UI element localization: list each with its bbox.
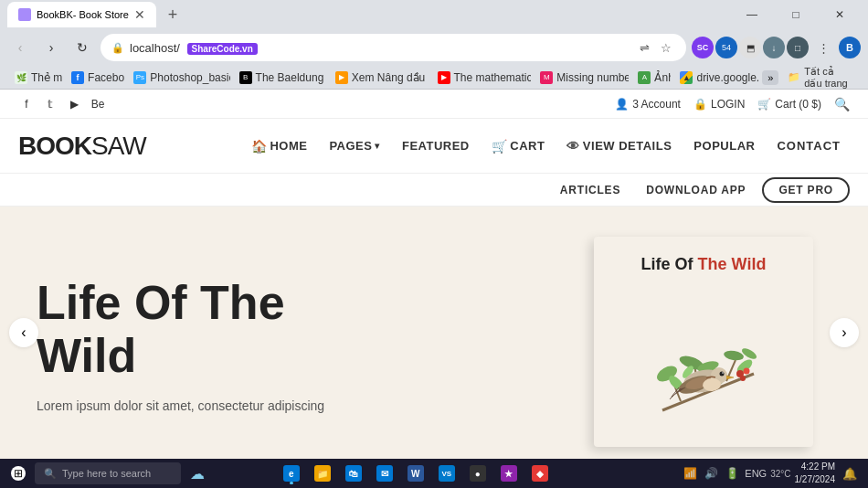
ext-icon-2[interactable]: ⬒ xyxy=(739,37,761,58)
profile-button[interactable]: B xyxy=(839,37,861,58)
tab-favicon xyxy=(18,8,31,21)
nav-pages[interactable]: PAGES ▾ xyxy=(320,132,389,160)
bookmark-anh[interactable]: A Ảnh xyxy=(630,69,671,87)
address-url: localhost/ xyxy=(130,41,180,55)
hero-next-button[interactable]: › xyxy=(830,318,859,347)
nav-cart[interactable]: 🛒 CART xyxy=(482,132,555,161)
address-bar[interactable]: 🔒 localhost/ ShareCode.vn ⇌ ☆ xyxy=(101,34,686,61)
topbar-right-actions: 👤 3 Account 🔒 LOGIN 🛒 Cart (0 $) 🔍 xyxy=(615,97,850,111)
extensions-more-button[interactable]: ⋮ xyxy=(814,39,833,57)
nav-home[interactable]: 🏠 HOME xyxy=(242,132,317,161)
ext-icon-4[interactable]: □ xyxy=(787,37,809,58)
bookmark-baeldung[interactable]: B The Baeldung Logo xyxy=(232,69,326,87)
taskbar-app-vscode[interactable]: VS xyxy=(432,461,461,486)
volume-icon[interactable]: 🔊 xyxy=(703,467,720,480)
nav-featured[interactable]: FEATURED xyxy=(393,132,479,160)
maximize-button[interactable]: □ xyxy=(775,2,817,27)
taskbar-app-explorer[interactable]: 📁 xyxy=(308,461,337,486)
notification-button[interactable]: 🔔 xyxy=(839,462,861,484)
translate-icon[interactable]: ⇌ xyxy=(635,38,653,57)
lock-icon: 🔒 xyxy=(693,98,707,111)
taskbar-app-edge[interactable]: e xyxy=(277,461,306,486)
outlook-icon: ✉ xyxy=(376,465,393,482)
forward-button[interactable]: › xyxy=(38,35,64,60)
book-title-highlight: The Wild xyxy=(698,255,767,273)
svg-point-22 xyxy=(740,376,746,381)
bookmark-label: Missing number in... xyxy=(556,71,629,84)
address-action-icons: ⇌ ☆ xyxy=(635,38,675,57)
browser-tab-active[interactable]: BookBK- Book Store ✕ xyxy=(7,2,156,27)
bookmark-math[interactable]: ▶ The mathematics of... xyxy=(430,69,532,87)
website-content: f 𝕥 ▶ Be 👤 3 Account 🔒 LOGIN 🛒 Cart (0 $… xyxy=(0,90,868,459)
close-button[interactable]: ✕ xyxy=(819,2,861,27)
taskbar-app-store[interactable]: 🛍 xyxy=(339,461,368,486)
network-icon[interactable]: 📶 xyxy=(682,467,699,480)
clock-display[interactable]: 4:22 PM 1/27/2024 xyxy=(794,461,835,486)
bookmark-label: Xem Nâng dầu Ord... xyxy=(352,71,429,84)
taskbar-app-outlook[interactable]: ✉ xyxy=(370,461,399,486)
bookmark-themo[interactable]: 🌿 Thẻ mới xyxy=(7,69,62,87)
start-button[interactable]: ⊞ xyxy=(4,461,33,486)
minimize-button[interactable]: — xyxy=(731,2,773,27)
folder-icon: 📁 xyxy=(788,71,800,83)
new-tab-button[interactable]: + xyxy=(160,2,185,27)
nav-download-app[interactable]: DOWNLOAD APP xyxy=(637,180,755,200)
extension-icons: SC 54 ⬒ ↓ □ xyxy=(692,37,809,58)
nav-view-details[interactable]: 👁 VIEW DETAILS xyxy=(557,132,681,161)
svg-point-10 xyxy=(740,346,758,361)
clock-time: 4:22 PM xyxy=(794,461,835,473)
hero-prev-button[interactable]: ‹ xyxy=(9,318,38,347)
sharecode-ext-icon[interactable]: SC xyxy=(692,37,714,58)
taskbar-cloud-icon[interactable]: ☁ xyxy=(183,461,212,486)
browser-chrome: BookBK- Book Store ✕ + — □ ✕ ‹ › ↻ 🔒 loc… xyxy=(0,0,868,90)
site-topbar: f 𝕥 ▶ Be 👤 3 Account 🔒 LOGIN 🛒 Cart (0 $… xyxy=(0,90,868,119)
tab-close-button[interactable]: ✕ xyxy=(134,8,145,21)
cart-icon: 🛒 xyxy=(757,98,771,111)
account-info[interactable]: 👤 3 Account xyxy=(615,98,681,111)
get-pro-button[interactable]: GET PRO xyxy=(762,177,850,203)
bookmark-photoshop[interactable]: Ps Photoshop_basic_fo... xyxy=(126,69,229,87)
twitter-social-icon[interactable]: 𝕥 xyxy=(42,96,58,112)
cart-button[interactable]: 🛒 Cart (0 $) xyxy=(757,98,821,111)
taskbar-app-misc2[interactable]: ◆ xyxy=(525,461,555,486)
bookmark-label: Ảnh xyxy=(654,71,671,84)
bookmark-drive[interactable]: ▲ drive.google.com xyxy=(672,69,758,87)
bookmarks-folder-button[interactable]: 📁 Tất cả dấu trang xyxy=(780,64,861,91)
back-button[interactable]: ‹ xyxy=(7,35,33,60)
nav-contact[interactable]: CONTACT xyxy=(767,132,850,160)
svg-point-8 xyxy=(723,349,744,362)
ext-icon-1[interactable]: 54 xyxy=(715,37,737,58)
bookmark-missing[interactable]: M Missing number in... xyxy=(533,69,629,87)
site-logo[interactable]: BOOKSAW xyxy=(18,132,146,161)
login-button[interactable]: 🔒 LOGIN xyxy=(693,98,745,111)
taskbar-pinned-apps: e 📁 🛍 ✉ W VS ● ★ ◆ xyxy=(277,461,555,486)
bookmark-favicon: f xyxy=(71,71,84,84)
battery-icon[interactable]: 🔋 xyxy=(724,467,741,480)
youtube-social-icon[interactable]: ▶ xyxy=(66,96,82,112)
window-controls: — □ ✕ xyxy=(731,2,861,27)
search-icon[interactable]: 🔍 xyxy=(834,97,850,111)
nav-articles[interactable]: ARTICLES xyxy=(551,180,630,200)
reload-button[interactable]: ↻ xyxy=(69,35,95,60)
bookmark-star-icon[interactable]: ☆ xyxy=(657,38,675,57)
nav-featured-label: FEATURED xyxy=(402,139,470,153)
taskbar-app-misc1[interactable]: ★ xyxy=(494,461,524,486)
bookmarks-more-button[interactable]: » xyxy=(762,70,778,85)
logo-part1: BOOK xyxy=(18,132,91,160)
vscode-icon: VS xyxy=(439,465,455,482)
nav-popular[interactable]: POPULAR xyxy=(684,132,764,160)
taskbar-search-text: Type here to search xyxy=(62,468,151,479)
windows-logo-icon: ⊞ xyxy=(11,466,26,481)
language-indicator[interactable]: ENG xyxy=(745,468,767,479)
bookmarks-bar: 🌿 Thẻ mới f Facebook Ps Photoshop_basic_… xyxy=(0,66,868,90)
facebook-social-icon[interactable]: f xyxy=(18,96,35,112)
nav-popular-label: POPULAR xyxy=(693,139,755,153)
behance-social-icon[interactable]: Be xyxy=(90,96,106,112)
ext-icon-3[interactable]: ↓ xyxy=(763,37,785,58)
taskbar-search-box[interactable]: 🔍 Type here to search xyxy=(35,462,181,484)
bookmark-facebook[interactable]: f Facebook xyxy=(64,69,124,87)
taskbar-app-obs[interactable]: ● xyxy=(463,461,492,486)
taskbar-app-word[interactable]: W xyxy=(401,461,430,486)
bookmark-xem[interactable]: ▶ Xem Nâng dầu Ord... xyxy=(328,69,429,87)
nav-home-label: HOME xyxy=(270,139,307,153)
